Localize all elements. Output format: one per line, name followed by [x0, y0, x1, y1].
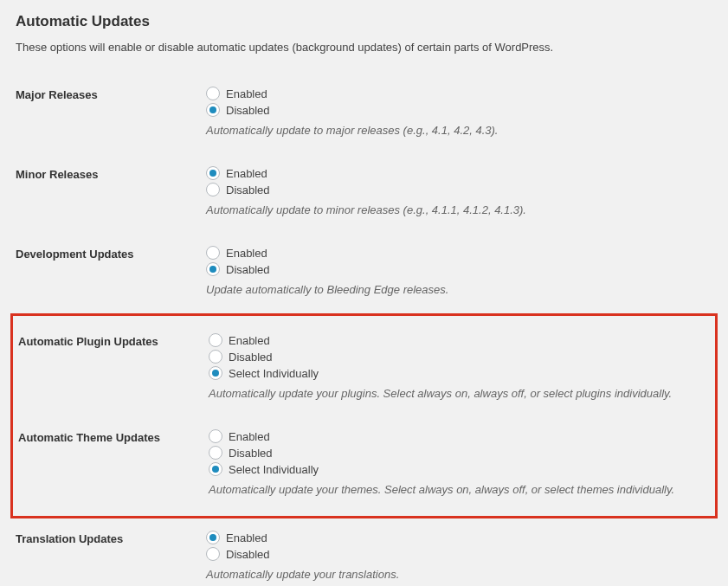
radio-plugin-disabled[interactable]: Disabled — [209, 350, 710, 364]
radio-icon — [206, 531, 220, 544]
radio-label: Select Individually — [229, 367, 319, 380]
radio-label: Enabled — [226, 87, 267, 100]
radio-label: Disabled — [226, 548, 270, 561]
radio-label: Disabled — [226, 263, 270, 276]
radio-label: Disabled — [226, 104, 270, 117]
label-theme-updates: Automatic Theme Updates — [18, 429, 209, 444]
radio-label: Enabled — [226, 531, 267, 544]
field-major-releases: Enabled Disabled Automatically update to… — [206, 87, 712, 137]
radio-translation-disabled[interactable]: Disabled — [206, 547, 712, 561]
label-minor-releases: Minor Releases — [16, 166, 206, 181]
page-title: Automatic Updates — [16, 13, 712, 30]
radio-plugin-enabled[interactable]: Enabled — [209, 333, 710, 347]
radio-label: Enabled — [226, 167, 267, 180]
radio-minor-enabled[interactable]: Enabled — [206, 166, 712, 180]
radio-icon — [209, 350, 222, 364]
radio-theme-select-individually[interactable]: Select Individually — [209, 462, 710, 476]
row-development-updates: Development Updates Enabled Disabled Upd… — [16, 234, 712, 313]
radio-plugin-select-individually[interactable]: Select Individually — [209, 366, 710, 380]
radio-icon — [209, 462, 222, 476]
radio-dev-enabled[interactable]: Enabled — [206, 246, 712, 260]
radio-icon — [206, 262, 220, 276]
label-major-releases: Major Releases — [16, 87, 206, 101]
radio-label: Disabled — [226, 184, 270, 196]
radio-label: Disabled — [229, 447, 273, 460]
desc-minor: Automatically update to minor releases (… — [206, 203, 712, 216]
row-translation-updates: Translation Updates Enabled Disabled Aut… — [16, 518, 712, 586]
highlight-box: Automatic Plugin Updates Enabled Disable… — [10, 313, 718, 518]
label-development-updates: Development Updates — [16, 246, 206, 261]
page-description: These options will enable or disable aut… — [16, 41, 712, 54]
radio-icon — [209, 446, 222, 460]
radio-label: Select Individually — [229, 463, 319, 476]
field-plugin-updates: Enabled Disabled Select Individually Aut… — [209, 333, 710, 400]
radio-label: Enabled — [226, 247, 267, 260]
desc-plugin: Automatically update your plugins. Selec… — [209, 387, 710, 400]
radio-icon — [209, 333, 222, 347]
radio-icon — [206, 183, 220, 196]
radio-icon — [206, 246, 220, 260]
radio-icon — [206, 87, 220, 100]
radio-label: Enabled — [229, 334, 270, 347]
radio-translation-enabled[interactable]: Enabled — [206, 531, 712, 544]
radio-theme-enabled[interactable]: Enabled — [209, 429, 710, 443]
radio-icon — [209, 366, 222, 380]
radio-dev-disabled[interactable]: Disabled — [206, 262, 712, 276]
radio-label: Disabled — [229, 351, 273, 364]
row-major-releases: Major Releases Enabled Disabled Automati… — [16, 74, 712, 154]
radio-icon — [206, 166, 220, 180]
radio-icon — [206, 547, 220, 561]
field-minor-releases: Enabled Disabled Automatically update to… — [206, 166, 712, 216]
desc-development: Update automatically to Bleeding Edge re… — [206, 283, 712, 296]
desc-major: Automatically update to major releases (… — [206, 124, 712, 137]
field-theme-updates: Enabled Disabled Select Individually Aut… — [209, 429, 710, 496]
field-translation-updates: Enabled Disabled Automatically update yo… — [206, 531, 712, 581]
row-plugin-updates: Automatic Plugin Updates Enabled Disable… — [16, 321, 712, 417]
desc-translation: Automatically update your translations. — [206, 568, 712, 581]
radio-icon — [209, 429, 222, 443]
radio-minor-disabled[interactable]: Disabled — [206, 183, 712, 196]
radio-major-disabled[interactable]: Disabled — [206, 103, 712, 117]
radio-label: Enabled — [229, 430, 270, 443]
radio-theme-disabled[interactable]: Disabled — [209, 446, 710, 460]
label-translation-updates: Translation Updates — [16, 531, 206, 545]
label-plugin-updates: Automatic Plugin Updates — [18, 333, 209, 348]
radio-major-enabled[interactable]: Enabled — [206, 87, 712, 100]
row-theme-updates: Automatic Theme Updates Enabled Disabled… — [16, 417, 712, 513]
desc-theme: Automatically update your themes. Select… — [209, 483, 710, 496]
settings-form: Major Releases Enabled Disabled Automati… — [16, 74, 712, 586]
radio-icon — [206, 103, 220, 117]
field-development-updates: Enabled Disabled Update automatically to… — [206, 246, 712, 296]
row-minor-releases: Minor Releases Enabled Disabled Automati… — [16, 154, 712, 234]
